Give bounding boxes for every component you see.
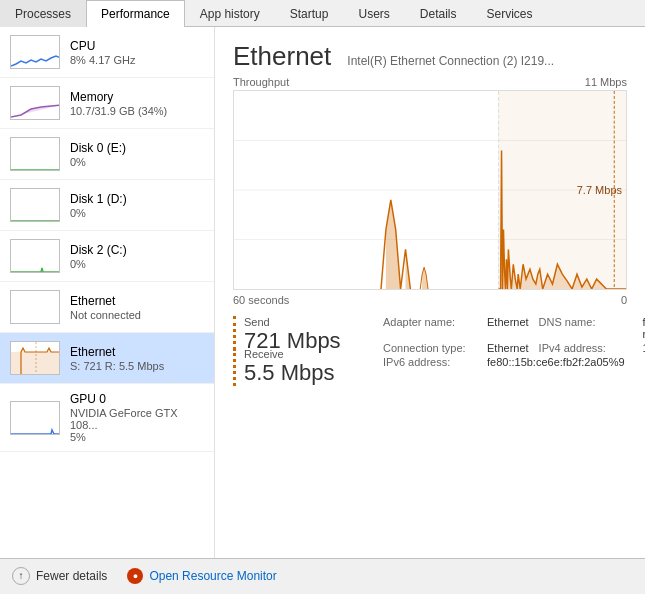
chart-value-label: 7.7 Mbps [577, 184, 622, 196]
gpu0-mini-graph [10, 401, 60, 435]
panel-subtitle: Intel(R) Ethernet Connection (2) I219... [347, 54, 554, 68]
disk1-mini-graph [10, 188, 60, 222]
ethernet-on-mini-graph [10, 341, 60, 375]
gpu0-value: NVIDIA GeForce GTX 108...5% [70, 407, 204, 443]
adapter-name-row: Adapter name: Ethernet [383, 316, 529, 340]
time-start-label: 60 seconds [233, 294, 289, 306]
dns-row: DNS name: fios-router.home [539, 316, 645, 340]
ipv4-row: IPv4 address: 192.168.1.43 [539, 342, 645, 354]
dns-key: DNS name: [539, 316, 639, 340]
tab-app-history[interactable]: App history [185, 0, 275, 27]
time-labels: 60 seconds 0 [233, 294, 627, 306]
ipv4-key: IPv4 address: [539, 342, 639, 354]
cpu-mini-graph [10, 35, 60, 69]
sidebar-item-disk0[interactable]: Disk 0 (E:) 0% [0, 129, 214, 180]
cpu-label: CPU [70, 39, 204, 53]
fewer-details-button[interactable]: ↑ Fewer details [12, 567, 107, 585]
ethernet-off-label: Ethernet [70, 294, 204, 308]
tab-startup[interactable]: Startup [275, 0, 344, 27]
resource-monitor-icon: ● [127, 568, 143, 584]
tab-processes[interactable]: Processes [0, 0, 86, 27]
disk0-value: 0% [70, 156, 204, 168]
svg-rect-0 [11, 138, 60, 171]
sidebar-item-gpu0[interactable]: GPU 0 NVIDIA GeForce GTX 108...5% [0, 384, 214, 452]
tab-services[interactable]: Services [472, 0, 548, 27]
conn-type-key: Connection type: [383, 342, 483, 354]
memory-label: Memory [70, 90, 204, 104]
ethernet-on-label: Ethernet [70, 345, 204, 359]
sidebar-item-ethernet-off[interactable]: Ethernet Not connected [0, 282, 214, 333]
throughput-bar: Throughput 11 Mbps [233, 76, 627, 88]
tab-details[interactable]: Details [405, 0, 472, 27]
open-resource-monitor-button[interactable]: ● Open Resource Monitor [127, 568, 276, 584]
ethernet-off-mini-graph [10, 290, 60, 324]
sidebar-item-ethernet-on[interactable]: Ethernet S: 721 R: 5.5 Mbps [0, 333, 214, 384]
disk1-label: Disk 1 (D:) [70, 192, 204, 206]
svg-rect-3 [11, 291, 60, 324]
disk0-mini-graph [10, 137, 60, 171]
sidebar-item-disk2[interactable]: Disk 2 (C:) 0% [0, 231, 214, 282]
ipv6-key: IPv6 address: [383, 356, 483, 368]
disk2-mini-graph [10, 239, 60, 273]
ipv6-row: IPv6 address: fe80::15b:ce6e:fb2f:2a05%9 [383, 356, 645, 368]
adapter-name-key: Adapter name: [383, 316, 483, 340]
time-end-label: 0 [621, 294, 627, 306]
chevron-up-icon: ↑ [12, 567, 30, 585]
bottom-bar: ↑ Fewer details ● Open Resource Monitor [0, 558, 645, 592]
tab-bar: Processes Performance App history Startu… [0, 0, 645, 27]
memory-value: 10.7/31.9 GB (34%) [70, 105, 204, 117]
open-resource-monitor-label: Open Resource Monitor [149, 569, 276, 583]
receive-value: 5.5 Mbps [244, 360, 343, 386]
cpu-value: 8% 4.17 GHz [70, 54, 204, 66]
info-grid: Adapter name: Ethernet DNS name: fios-ro… [383, 316, 645, 368]
sidebar-item-disk1[interactable]: Disk 1 (D:) 0% [0, 180, 214, 231]
tab-users[interactable]: Users [343, 0, 404, 27]
ethernet-chart: 7.7 Mbps [233, 90, 627, 290]
tab-performance[interactable]: Performance [86, 0, 185, 27]
throughput-label: Throughput [233, 76, 289, 88]
throughput-max: 11 Mbps [585, 76, 627, 88]
ethernet-on-value: S: 721 R: 5.5 Mbps [70, 360, 204, 372]
panel-title: Ethernet [233, 41, 331, 72]
gpu0-label: GPU 0 [70, 392, 204, 406]
memory-mini-graph [10, 86, 60, 120]
ethernet-off-value: Not connected [70, 309, 204, 321]
svg-rect-1 [11, 189, 60, 222]
sidebar-item-memory[interactable]: Memory 10.7/31.9 GB (34%) [0, 78, 214, 129]
adapter-name-val: Ethernet [487, 316, 529, 340]
send-label: Send [244, 316, 343, 328]
conn-type-val: Ethernet [487, 342, 529, 354]
right-panel: Ethernet Intel(R) Ethernet Connection (2… [215, 27, 645, 558]
disk2-label: Disk 2 (C:) [70, 243, 204, 257]
ipv6-val: fe80::15b:ce6e:fb2f:2a05%9 [487, 356, 625, 368]
disk0-label: Disk 0 (E:) [70, 141, 204, 155]
disk2-value: 0% [70, 258, 204, 270]
svg-rect-2 [11, 240, 60, 273]
conn-type-row: Connection type: Ethernet [383, 342, 529, 354]
sidebar-item-cpu[interactable]: CPU 8% 4.17 GHz [0, 27, 214, 78]
fewer-details-label: Fewer details [36, 569, 107, 583]
panel-header: Ethernet Intel(R) Ethernet Connection (2… [233, 41, 627, 72]
disk1-value: 0% [70, 207, 204, 219]
main-content: CPU 8% 4.17 GHz Memory 10.7/31.9 GB (34%… [0, 27, 645, 558]
sidebar: CPU 8% 4.17 GHz Memory 10.7/31.9 GB (34%… [0, 27, 215, 558]
